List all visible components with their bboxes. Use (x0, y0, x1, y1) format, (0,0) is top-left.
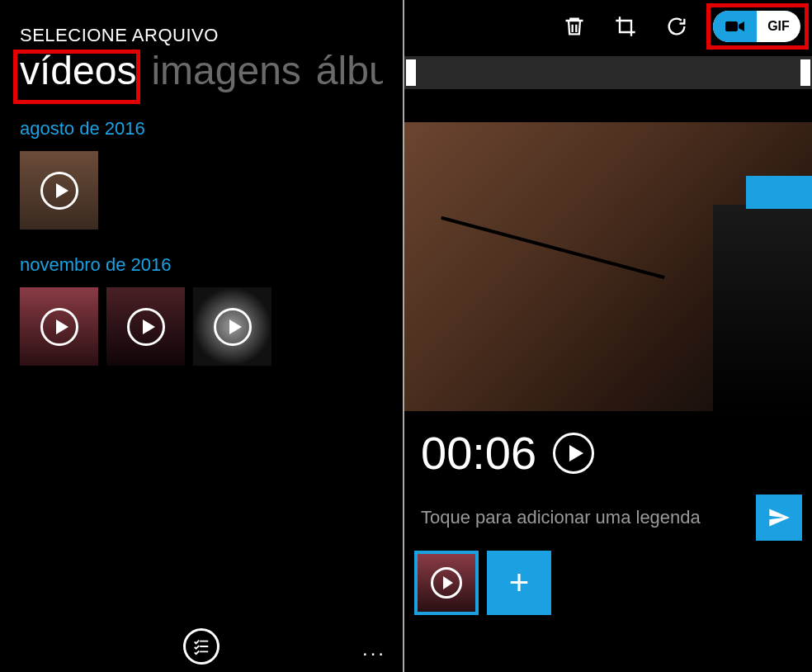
multiselect-button[interactable] (183, 628, 220, 665)
play-icon (40, 308, 78, 346)
trash-icon (563, 15, 586, 38)
group-august: agosto de 2016 (0, 118, 403, 230)
plus-icon: + (509, 563, 530, 603)
video-preview[interactable] (404, 122, 812, 411)
play-icon (431, 567, 462, 599)
tabs-row: vídeos imagens álbu (20, 48, 383, 93)
delete-button[interactable] (559, 12, 589, 41)
caption-row: Toque para adicionar uma legenda (404, 495, 812, 541)
tab-images[interactable]: imagens (151, 48, 300, 93)
list-check-icon (192, 637, 210, 655)
bottom-appbar: ... (0, 621, 403, 672)
toggle-video-side (713, 11, 757, 42)
attached-video-thumb[interactable] (414, 551, 479, 615)
send-button[interactable] (756, 495, 802, 541)
play-icon (214, 308, 252, 346)
video-thumbnail[interactable] (20, 287, 98, 366)
toggle-gif-side: GIF (757, 11, 800, 42)
play-icon (40, 172, 78, 210)
video-duration: 00:06 (421, 426, 536, 480)
video-thumbnail[interactable] (193, 287, 271, 366)
group-date-label[interactable]: agosto de 2016 (20, 118, 383, 140)
rotate-button[interactable] (662, 12, 692, 41)
preview-content (441, 216, 664, 279)
group-november: novembro de 2016 (0, 254, 403, 366)
thumbs-row (20, 151, 383, 230)
tab-albums[interactable]: álbu (316, 48, 383, 93)
tab-videos[interactable]: vídeos (20, 48, 136, 93)
crop-button[interactable] (611, 12, 640, 41)
trim-handle-start[interactable] (406, 59, 416, 86)
add-attachment-button[interactable]: + (487, 551, 551, 615)
trim-handle-end[interactable] (800, 59, 810, 86)
select-file-label: SELECIONE ARQUIVO (20, 25, 383, 46)
screen-video-editor: GIF 00:06 Toque para adicionar uma legen… (404, 0, 812, 672)
video-camera-icon (725, 20, 745, 33)
svg-rect-0 (725, 21, 738, 31)
editor-toolbar: GIF (404, 0, 812, 53)
more-button[interactable]: ... (362, 637, 386, 660)
play-button[interactable] (553, 433, 594, 474)
thumbs-row (20, 287, 383, 366)
rotate-icon (665, 15, 688, 38)
video-thumbnail[interactable] (20, 151, 98, 230)
attachment-strip: + (404, 541, 812, 625)
video-gif-toggle[interactable]: GIF (713, 11, 800, 42)
caption-input[interactable]: Toque para adicionar uma legenda (421, 506, 746, 530)
screen-file-picker: SELECIONE ARQUIVO vídeos imagens álbu ag… (0, 0, 404, 672)
trim-timeline[interactable] (404, 56, 812, 89)
video-thumbnail[interactable] (106, 287, 185, 366)
crop-icon (614, 15, 637, 38)
group-date-label[interactable]: novembro de 2016 (20, 254, 383, 276)
send-icon (767, 506, 791, 529)
picker-header: SELECIONE ARQUIVO vídeos imagens álbu (0, 0, 403, 93)
playback-row: 00:06 (404, 411, 812, 495)
play-icon (127, 308, 165, 346)
